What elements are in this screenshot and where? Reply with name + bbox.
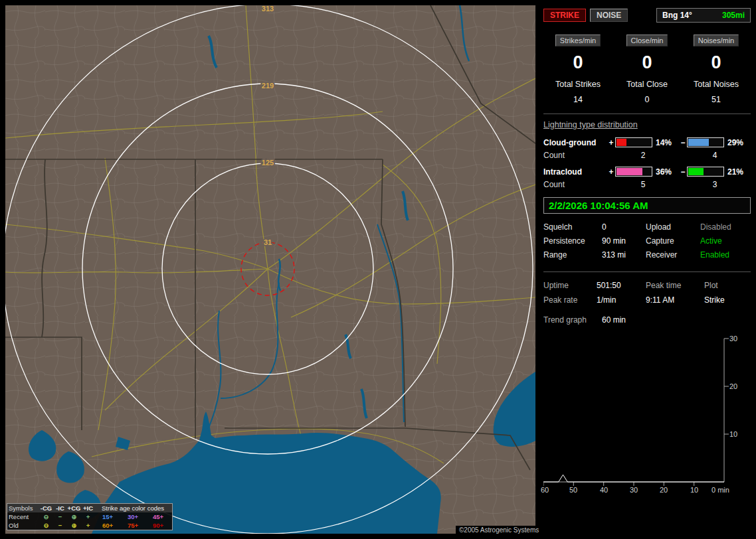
noises-per-min-value: 0 — [682, 52, 751, 73]
rate-stats: Strikes/min 0 Total Strikes 14 Close/min… — [543, 35, 751, 104]
range-label: Range — [543, 248, 602, 262]
cg-positive-pct: 14% — [652, 138, 679, 147]
neg-ic-recent-icon: − — [53, 512, 67, 521]
age-30: 30+ — [120, 512, 145, 521]
legend-old-row: Old ⊖ − ⊕ + 60+ 75+ 90+ — [7, 521, 172, 530]
total-close-label: Total Close — [613, 80, 682, 89]
squelch-label: Squelch — [543, 220, 602, 234]
settings-grid: Squelch 0 Upload Disabled Persistence 90… — [543, 220, 751, 262]
strikes-per-min-badge[interactable]: Strikes/min — [555, 35, 601, 46]
strikes-per-min-value: 0 — [543, 52, 613, 73]
y-tick-30: 30 — [729, 335, 737, 343]
legend-header-row: Symbols -CG -IC +CG +IC Strike age color… — [7, 504, 172, 512]
distribution-title: Lightning type distribution — [543, 120, 751, 129]
peak-time-label: Peak time — [646, 278, 704, 293]
intracloud-label: Intracloud — [543, 167, 607, 177]
bearing-value: Bng 14° — [662, 11, 692, 20]
capture-status: Active — [700, 234, 751, 248]
upload-label: Upload — [646, 220, 700, 234]
close-per-min-value: 0 — [613, 52, 682, 73]
squelch-value: 0 — [602, 220, 646, 234]
datetime-display: 2/2/2026 10:04:56 AM — [543, 197, 751, 214]
close-per-min-badge[interactable]: Close/min — [626, 35, 668, 46]
y-tick-20: 20 — [729, 382, 737, 390]
lightning-map[interactable]: 313 219 125 31 — [5, 5, 535, 534]
pos-ic-old-icon: + — [81, 521, 95, 530]
ring-label-31: 31 — [264, 238, 272, 246]
copyright-notice: ©2005 Astrogenic Systems — [456, 526, 542, 534]
ic-negative-count: 3 — [679, 180, 751, 189]
ring-label-219: 219 — [262, 82, 274, 90]
cg-negative-pct: 29% — [724, 138, 751, 147]
map-legend: Symbols -CG -IC +CG +IC Strike age color… — [7, 503, 173, 530]
count-label: Count — [543, 151, 607, 160]
minus-sign: − — [679, 167, 687, 177]
peak-rate-value: 1/min — [597, 293, 646, 307]
neg-cg-old-icon: ⊖ — [39, 521, 53, 530]
trend-plot-canvas — [543, 335, 751, 508]
range-value: 313 mi — [602, 248, 646, 262]
strike-rate-series — [543, 475, 724, 482]
plot-label: Plot — [704, 278, 751, 293]
x-tick-20: 20 — [660, 486, 668, 494]
age-15: 15+ — [95, 512, 120, 521]
cloud-ground-label: Cloud-ground — [543, 138, 607, 147]
strikes-per-min-column: Strikes/min 0 Total Strikes 14 — [543, 35, 613, 104]
status-grid: Uptime 501:50 Peak time Plot Peak rate 1… — [543, 278, 751, 307]
plus-sign: + — [607, 138, 615, 147]
intracloud-count-row: Count 5 3 — [543, 180, 751, 189]
capture-label: Capture — [646, 234, 700, 248]
x-tick-40: 40 — [600, 486, 608, 494]
age-90: 90+ — [145, 521, 171, 530]
ring-label-313: 313 — [262, 5, 274, 13]
bearing-readout: Bng 14° 305mi — [656, 8, 751, 23]
x-tick-50: 50 — [569, 486, 577, 494]
bearing-distance: 305mi — [722, 11, 745, 20]
strike-mode-button[interactable]: STRIKE — [543, 9, 586, 22]
pos-cg-old-icon: ⊕ — [67, 521, 81, 530]
noises-per-min-badge[interactable]: Noises/min — [694, 35, 739, 46]
separator — [543, 114, 751, 114]
legend-symbols-header: Symbols — [9, 504, 39, 512]
legend-recent-row: Recent ⊖ − ⊕ + 15+ 30+ 45+ — [7, 512, 172, 521]
noise-mode-button[interactable]: NOISE — [590, 9, 628, 22]
total-noises-label: Total Noises — [682, 80, 751, 89]
cg-negative-count: 4 — [679, 151, 751, 160]
cg-negative-bar — [687, 137, 724, 147]
legend-col-pos-cg: +CG — [67, 504, 81, 512]
legend-recent-label: Recent — [9, 512, 39, 521]
chart-axes — [543, 339, 729, 486]
ic-positive-count: 5 — [607, 180, 679, 189]
total-strikes-label: Total Strikes — [543, 80, 613, 89]
x-tick-60: 60 — [541, 486, 549, 494]
total-close-value: 0 — [613, 95, 682, 104]
ic-negative-pct: 21% — [724, 167, 751, 177]
count-label: Count — [543, 180, 607, 189]
cg-positive-count: 2 — [607, 151, 679, 160]
trend-graph-row: Trend graph 60 min — [543, 313, 751, 327]
plot-value: Strike — [704, 293, 751, 307]
noises-per-min-column: Noises/min 0 Total Noises 51 — [682, 35, 751, 104]
persistence-value: 90 min — [602, 234, 646, 248]
neg-ic-old-icon: − — [53, 521, 67, 530]
uptime-value: 501:50 — [597, 278, 646, 293]
neg-cg-recent-icon: ⊖ — [39, 512, 53, 521]
mode-row: STRIKE NOISE Bng 14° 305mi — [543, 8, 751, 23]
cloud-ground-count-row: Count 2 4 — [543, 151, 751, 160]
upload-status: Disabled — [700, 220, 751, 234]
trend-window-value: 60 min — [602, 313, 751, 327]
legend-col-neg-cg: -CG — [39, 504, 53, 512]
total-noises-value: 51 — [682, 95, 751, 104]
legend-old-label: Old — [9, 521, 39, 530]
ic-negative-bar — [687, 167, 724, 177]
persistence-label: Persistence — [543, 234, 602, 248]
pos-ic-recent-icon: + — [81, 512, 95, 521]
legend-col-neg-ic: -IC — [53, 504, 67, 512]
side-panel: STRIKE NOISE Bng 14° 305mi Strikes/min 0… — [543, 5, 751, 534]
plus-sign: + — [607, 167, 615, 177]
trend-chart: 60 50 40 30 20 10 0 min 30 20 10 — [543, 335, 751, 508]
ic-positive-pct: 36% — [652, 167, 679, 177]
receiver-status: Enabled — [700, 248, 751, 262]
map-container: 313 219 125 31 Symbols -CG -IC +CG +IC S… — [5, 5, 535, 534]
x-axis-end-label: 0 min — [711, 486, 729, 494]
